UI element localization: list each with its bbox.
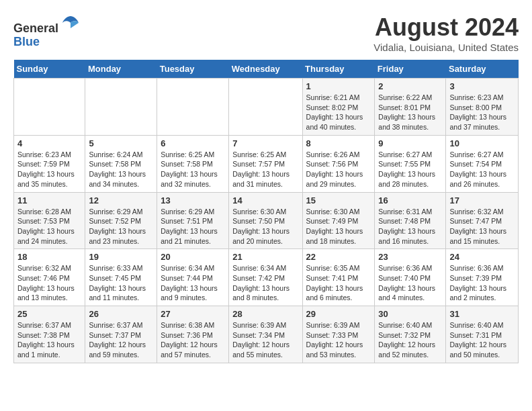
calendar-cell: 7Sunrise: 6:25 AM Sunset: 7:57 PM Daylig… — [229, 135, 302, 192]
calendar-cell: 15Sunrise: 6:30 AM Sunset: 7:49 PM Dayli… — [302, 192, 375, 249]
day-info: Sunrise: 6:24 AM Sunset: 7:58 PM Dayligh… — [89, 150, 153, 189]
day-info: Sunrise: 6:25 AM Sunset: 7:57 PM Dayligh… — [232, 150, 298, 189]
day-number: 18 — [17, 252, 81, 262]
day-number: 29 — [306, 309, 371, 319]
title-block: August 2024 Vidalia, Louisiana, United S… — [373, 13, 519, 53]
day-number: 30 — [378, 309, 442, 319]
calendar-cell: 5Sunrise: 6:24 AM Sunset: 7:58 PM Daylig… — [85, 135, 157, 192]
calendar-cell: 26Sunrise: 6:37 AM Sunset: 7:37 PM Dayli… — [85, 306, 157, 363]
calendar-cell: 25Sunrise: 6:37 AM Sunset: 7:38 PM Dayli… — [14, 306, 85, 363]
day-number: 12 — [89, 195, 153, 205]
day-info: Sunrise: 6:28 AM Sunset: 7:53 PM Dayligh… — [17, 207, 81, 246]
calendar-cell: 30Sunrise: 6:40 AM Sunset: 7:32 PM Dayli… — [375, 306, 446, 363]
calendar-cell — [229, 79, 302, 136]
location: Vidalia, Louisiana, United States — [373, 42, 519, 53]
weekday-header-wednesday: Wednesday — [229, 60, 302, 79]
logo-words: General Blue — [13, 13, 80, 49]
logo-text: General Blue — [13, 13, 80, 49]
day-info: Sunrise: 6:25 AM Sunset: 7:58 PM Dayligh… — [161, 150, 225, 189]
day-number: 21 — [232, 252, 298, 262]
day-number: 4 — [17, 138, 81, 148]
day-number: 2 — [378, 81, 442, 91]
day-number: 1 — [306, 81, 371, 91]
calendar-table: SundayMondayTuesdayWednesdayThursdayFrid… — [13, 60, 519, 363]
day-number: 17 — [449, 195, 515, 205]
day-info: Sunrise: 6:21 AM Sunset: 8:02 PM Dayligh… — [306, 93, 371, 132]
calendar-cell: 9Sunrise: 6:27 AM Sunset: 7:55 PM Daylig… — [375, 135, 446, 192]
calendar-cell: 3Sunrise: 6:23 AM Sunset: 8:00 PM Daylig… — [446, 79, 519, 136]
day-info: Sunrise: 6:22 AM Sunset: 8:01 PM Dayligh… — [378, 93, 442, 132]
calendar-cell: 6Sunrise: 6:25 AM Sunset: 7:58 PM Daylig… — [157, 135, 229, 192]
weekday-header-tuesday: Tuesday — [157, 60, 229, 79]
calendar-cell: 23Sunrise: 6:36 AM Sunset: 7:40 PM Dayli… — [375, 249, 446, 306]
day-info: Sunrise: 6:32 AM Sunset: 7:47 PM Dayligh… — [449, 207, 515, 246]
calendar-cell: 8Sunrise: 6:26 AM Sunset: 7:56 PM Daylig… — [302, 135, 375, 192]
day-number: 31 — [449, 309, 515, 319]
day-number: 16 — [378, 195, 442, 205]
day-info: Sunrise: 6:37 AM Sunset: 7:37 PM Dayligh… — [89, 320, 153, 360]
calendar-cell: 28Sunrise: 6:39 AM Sunset: 7:34 PM Dayli… — [229, 306, 302, 363]
day-info: Sunrise: 6:37 AM Sunset: 7:38 PM Dayligh… — [17, 320, 81, 360]
day-number: 10 — [449, 138, 515, 148]
day-info: Sunrise: 6:39 AM Sunset: 7:34 PM Dayligh… — [232, 320, 298, 360]
day-number: 9 — [378, 138, 442, 148]
day-number: 6 — [161, 138, 225, 148]
calendar-cell — [14, 79, 85, 136]
day-number: 8 — [306, 138, 371, 148]
calendar-cell: 14Sunrise: 6:30 AM Sunset: 7:50 PM Dayli… — [229, 192, 302, 249]
logo-blue: Blue — [13, 35, 40, 48]
page-header: General Blue August 2024 Vidalia, Louisi… — [13, 13, 519, 53]
week-row-5: 25Sunrise: 6:37 AM Sunset: 7:38 PM Dayli… — [14, 306, 519, 363]
weekday-header-monday: Monday — [85, 60, 157, 79]
day-info: Sunrise: 6:34 AM Sunset: 7:44 PM Dayligh… — [161, 263, 225, 303]
day-info: Sunrise: 6:29 AM Sunset: 7:51 PM Dayligh… — [161, 207, 225, 246]
calendar-cell: 29Sunrise: 6:39 AM Sunset: 7:33 PM Dayli… — [302, 306, 375, 363]
calendar-cell: 2Sunrise: 6:22 AM Sunset: 8:01 PM Daylig… — [375, 79, 446, 136]
day-info: Sunrise: 6:32 AM Sunset: 7:46 PM Dayligh… — [17, 263, 81, 303]
day-info: Sunrise: 6:40 AM Sunset: 7:32 PM Dayligh… — [378, 320, 442, 360]
logo: General Blue — [13, 13, 80, 49]
day-info: Sunrise: 6:33 AM Sunset: 7:45 PM Dayligh… — [89, 263, 153, 303]
day-info: Sunrise: 6:26 AM Sunset: 7:56 PM Dayligh… — [306, 150, 371, 189]
day-number: 26 — [89, 309, 153, 319]
day-info: Sunrise: 6:29 AM Sunset: 7:52 PM Dayligh… — [89, 207, 153, 246]
calendar-cell: 20Sunrise: 6:34 AM Sunset: 7:44 PM Dayli… — [157, 249, 229, 306]
day-number: 24 — [449, 252, 515, 262]
calendar-cell: 19Sunrise: 6:33 AM Sunset: 7:45 PM Dayli… — [85, 249, 157, 306]
weekday-header-saturday: Saturday — [446, 60, 519, 79]
calendar-cell: 17Sunrise: 6:32 AM Sunset: 7:47 PM Dayli… — [446, 192, 519, 249]
logo-general: General — [13, 21, 58, 35]
calendar-cell: 31Sunrise: 6:40 AM Sunset: 7:31 PM Dayli… — [446, 306, 519, 363]
day-info: Sunrise: 6:36 AM Sunset: 7:39 PM Dayligh… — [449, 263, 515, 303]
logo-bird-icon — [61, 13, 80, 32]
calendar-cell — [157, 79, 229, 136]
day-info: Sunrise: 6:30 AM Sunset: 7:50 PM Dayligh… — [232, 207, 298, 246]
day-info: Sunrise: 6:38 AM Sunset: 7:36 PM Dayligh… — [161, 320, 225, 360]
calendar-cell: 12Sunrise: 6:29 AM Sunset: 7:52 PM Dayli… — [85, 192, 157, 249]
calendar-cell: 1Sunrise: 6:21 AM Sunset: 8:02 PM Daylig… — [302, 79, 375, 136]
day-number: 20 — [161, 252, 225, 262]
weekday-header-row: SundayMondayTuesdayWednesdayThursdayFrid… — [14, 60, 519, 79]
day-info: Sunrise: 6:40 AM Sunset: 7:31 PM Dayligh… — [449, 320, 515, 360]
day-info: Sunrise: 6:31 AM Sunset: 7:48 PM Dayligh… — [378, 207, 442, 246]
day-info: Sunrise: 6:34 AM Sunset: 7:42 PM Dayligh… — [232, 263, 298, 303]
day-number: 23 — [378, 252, 442, 262]
day-info: Sunrise: 6:23 AM Sunset: 7:59 PM Dayligh… — [17, 150, 81, 189]
day-info: Sunrise: 6:35 AM Sunset: 7:41 PM Dayligh… — [306, 263, 371, 303]
day-number: 22 — [306, 252, 371, 262]
day-number: 25 — [17, 309, 81, 319]
day-info: Sunrise: 6:30 AM Sunset: 7:49 PM Dayligh… — [306, 207, 371, 246]
calendar-cell: 16Sunrise: 6:31 AM Sunset: 7:48 PM Dayli… — [375, 192, 446, 249]
weekday-header-friday: Friday — [375, 60, 446, 79]
calendar-cell: 21Sunrise: 6:34 AM Sunset: 7:42 PM Dayli… — [229, 249, 302, 306]
week-row-1: 1Sunrise: 6:21 AM Sunset: 8:02 PM Daylig… — [14, 79, 519, 136]
day-number: 11 — [17, 195, 81, 205]
day-info: Sunrise: 6:27 AM Sunset: 7:55 PM Dayligh… — [378, 150, 442, 189]
calendar-cell: 27Sunrise: 6:38 AM Sunset: 7:36 PM Dayli… — [157, 306, 229, 363]
day-info: Sunrise: 6:36 AM Sunset: 7:40 PM Dayligh… — [378, 263, 442, 303]
day-number: 3 — [449, 81, 515, 91]
calendar-cell: 24Sunrise: 6:36 AM Sunset: 7:39 PM Dayli… — [446, 249, 519, 306]
day-info: Sunrise: 6:27 AM Sunset: 7:54 PM Dayligh… — [449, 150, 515, 189]
calendar-cell: 18Sunrise: 6:32 AM Sunset: 7:46 PM Dayli… — [14, 249, 85, 306]
weekday-header-sunday: Sunday — [14, 60, 85, 79]
